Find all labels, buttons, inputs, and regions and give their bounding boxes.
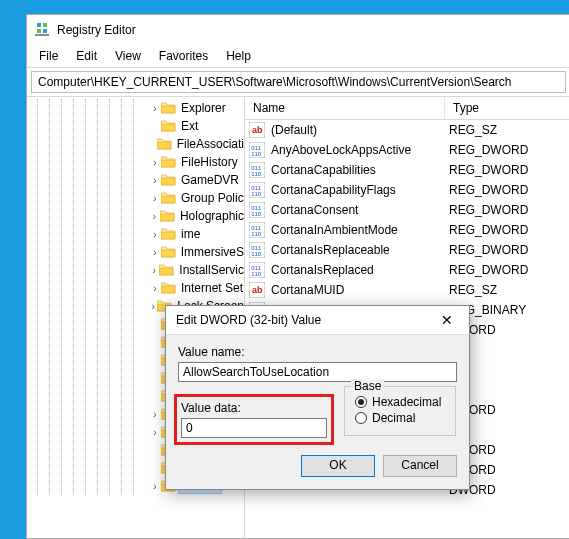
reg-binary-icon bbox=[249, 202, 265, 218]
tree-item-label: Group Polic bbox=[181, 191, 244, 205]
expander-icon[interactable]: › bbox=[149, 481, 161, 492]
tree-item[interactable]: ›Holographic bbox=[33, 207, 244, 225]
list-item[interactable]: (Default)REG_SZ bbox=[245, 120, 569, 140]
folder-icon bbox=[161, 173, 177, 187]
tree-item[interactable]: ›InstallServic bbox=[33, 261, 244, 279]
edit-dword-dialog: Edit DWORD (32-bit) Value ✕ Value name: … bbox=[165, 305, 470, 490]
reg-binary-icon bbox=[249, 142, 265, 158]
tree-item[interactable]: ›ime bbox=[33, 225, 244, 243]
tree-item[interactable]: ›Internet Set bbox=[33, 279, 244, 297]
cancel-button[interactable]: Cancel bbox=[383, 455, 457, 477]
value-type: REG_DWORD bbox=[449, 163, 569, 177]
tree-item-label: Internet Set bbox=[181, 281, 243, 295]
menu-favorites[interactable]: Favorites bbox=[151, 47, 216, 65]
value-name-label: Value name: bbox=[178, 345, 457, 359]
value-type: REG_SZ bbox=[449, 283, 569, 297]
list-item[interactable]: AnyAboveLockAppsActiveREG_DWORD bbox=[245, 140, 569, 160]
radio-hexadecimal[interactable]: Hexadecimal bbox=[355, 395, 445, 409]
value-name: CortanaCapabilityFlags bbox=[271, 183, 449, 197]
address-bar[interactable]: Computer\HKEY_CURRENT_USER\Software\Micr… bbox=[31, 71, 566, 93]
value-type: REG_DWORD bbox=[449, 143, 569, 157]
folder-icon bbox=[161, 227, 177, 241]
expander-icon[interactable]: › bbox=[149, 103, 161, 114]
app-icon bbox=[35, 22, 51, 38]
expander-icon[interactable]: › bbox=[149, 247, 161, 258]
base-group: Base Hexadecimal Decimal bbox=[344, 386, 456, 436]
menu-view[interactable]: View bbox=[107, 47, 149, 65]
expander-icon[interactable]: › bbox=[149, 265, 159, 276]
folder-icon bbox=[161, 155, 177, 169]
menu-file[interactable]: File bbox=[31, 47, 66, 65]
value-type: REG_DWORD bbox=[449, 223, 569, 237]
col-header-type[interactable]: Type bbox=[445, 97, 569, 119]
value-name: (Default) bbox=[271, 123, 449, 137]
list-item[interactable]: CortanaCapabilitiesREG_DWORD bbox=[245, 160, 569, 180]
value-name: CortanaIsReplaceable bbox=[271, 243, 449, 257]
col-header-name[interactable]: Name bbox=[245, 97, 445, 119]
tree-item-label: FileAssociati bbox=[177, 137, 244, 151]
reg-sz-icon bbox=[249, 122, 265, 138]
tree-item-label: Ext bbox=[181, 119, 198, 133]
folder-icon bbox=[160, 209, 176, 223]
folder-icon bbox=[159, 263, 175, 277]
value-type: REG_SZ bbox=[449, 123, 569, 137]
expander-icon[interactable]: › bbox=[149, 301, 157, 312]
tree-item[interactable]: ›FileHistory bbox=[33, 153, 244, 171]
expander-icon[interactable]: › bbox=[149, 211, 160, 222]
menu-edit[interactable]: Edit bbox=[68, 47, 105, 65]
tree-item[interactable]: ›Group Polic bbox=[33, 189, 244, 207]
list-item[interactable]: CortanaInAmbientModeREG_DWORD bbox=[245, 220, 569, 240]
value-type: REG_DWORD bbox=[449, 183, 569, 197]
reg-binary-icon bbox=[249, 222, 265, 238]
value-data-label: Value data: bbox=[181, 401, 327, 415]
titlebar: Registry Editor bbox=[27, 15, 569, 45]
tree-item-label: FileHistory bbox=[181, 155, 238, 169]
value-data-field[interactable] bbox=[181, 418, 327, 438]
value-name: CortanaCapabilities bbox=[271, 163, 449, 177]
menubar: File Edit View Favorites Help bbox=[27, 45, 569, 68]
folder-icon bbox=[157, 137, 173, 151]
tree-item-label: ImmersiveS bbox=[181, 245, 244, 259]
folder-icon bbox=[161, 281, 177, 295]
reg-binary-icon bbox=[249, 182, 265, 198]
folder-icon bbox=[161, 191, 177, 205]
window-title: Registry Editor bbox=[57, 23, 136, 37]
value-name: CortanaIsReplaced bbox=[271, 263, 449, 277]
reg-sz-icon bbox=[249, 282, 265, 298]
tree-item[interactable]: Ext bbox=[33, 117, 244, 135]
dialog-title: Edit DWORD (32-bit) Value bbox=[176, 313, 321, 327]
value-name: CortanaInAmbientMode bbox=[271, 223, 449, 237]
value-name: AnyAboveLockAppsActive bbox=[271, 143, 449, 157]
value-name: CortanaConsent bbox=[271, 203, 449, 217]
value-name-field[interactable] bbox=[178, 362, 457, 382]
value-type: REG_DWORD bbox=[449, 263, 569, 277]
tree-item[interactable]: ›ImmersiveS bbox=[33, 243, 244, 261]
expander-icon[interactable]: › bbox=[149, 175, 161, 186]
base-label: Base bbox=[351, 379, 384, 393]
expander-icon[interactable]: › bbox=[149, 157, 161, 168]
list-item[interactable]: CortanaIsReplacedREG_DWORD bbox=[245, 260, 569, 280]
expander-icon[interactable]: › bbox=[149, 229, 161, 240]
close-icon[interactable]: ✕ bbox=[433, 312, 461, 328]
tree-item-label: GameDVR bbox=[181, 173, 239, 187]
menu-help[interactable]: Help bbox=[218, 47, 259, 65]
folder-icon bbox=[161, 119, 177, 133]
expander-icon[interactable]: › bbox=[149, 409, 161, 420]
tree-item[interactable]: FileAssociati bbox=[33, 135, 244, 153]
list-item[interactable]: CortanaConsentREG_DWORD bbox=[245, 200, 569, 220]
tree-item[interactable]: ›GameDVR bbox=[33, 171, 244, 189]
radio-decimal[interactable]: Decimal bbox=[355, 411, 445, 425]
expander-icon[interactable]: › bbox=[149, 193, 161, 204]
expander-icon[interactable]: › bbox=[149, 427, 161, 438]
tree-item-label: InstallServic bbox=[179, 263, 244, 277]
list-item[interactable]: CortanaIsReplaceableREG_DWORD bbox=[245, 240, 569, 260]
list-item[interactable]: CortanaMUIDREG_SZ bbox=[245, 280, 569, 300]
reg-binary-icon bbox=[249, 262, 265, 278]
value-data-highlight: Value data: bbox=[174, 394, 334, 445]
expander-icon[interactable]: › bbox=[149, 283, 161, 294]
ok-button[interactable]: OK bbox=[301, 455, 375, 477]
tree-item[interactable]: ›Explorer bbox=[33, 99, 244, 117]
value-type: REG_DWORD bbox=[449, 243, 569, 257]
tree-item-label: ime bbox=[181, 227, 200, 241]
list-item[interactable]: CortanaCapabilityFlagsREG_DWORD bbox=[245, 180, 569, 200]
